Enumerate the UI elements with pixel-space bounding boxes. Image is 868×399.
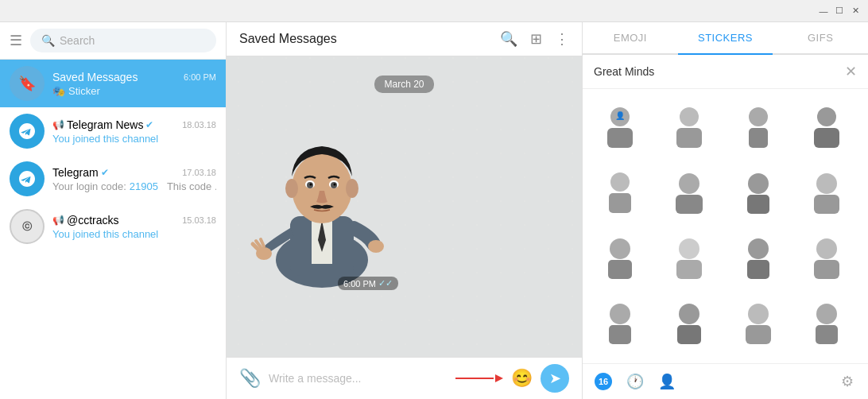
chat-time: 15.03.18 bbox=[182, 215, 216, 225]
verified-badge: ✔ bbox=[101, 167, 109, 178]
minimize-button[interactable]: — bbox=[817, 5, 830, 17]
sticker-image bbox=[242, 109, 401, 292]
sticker-5[interactable] bbox=[589, 161, 651, 223]
avatar-cctracks: ⓒ bbox=[10, 209, 45, 244]
sticker-close-button[interactable]: ✕ bbox=[845, 63, 857, 80]
search-chat-icon[interactable]: 🔍 bbox=[500, 30, 517, 48]
chat-preview: Your login code: 21905 This code ... bbox=[52, 180, 216, 192]
sticker-4[interactable] bbox=[796, 95, 858, 157]
svg-rect-25 bbox=[749, 128, 768, 148]
close-button[interactable]: ✕ bbox=[849, 5, 862, 17]
titlebar: — ☐ ✕ bbox=[0, 0, 868, 22]
message-time: 6:00 PM ✓✓ bbox=[338, 277, 398, 290]
svg-point-18 bbox=[368, 240, 384, 253]
chat-preview: You joined this channel bbox=[52, 228, 216, 240]
svg-point-22 bbox=[680, 107, 699, 126]
check-icon: ✓✓ bbox=[378, 278, 393, 289]
footer-active-sticker-icon[interactable]: 👤 bbox=[653, 367, 681, 396]
maximize-button[interactable]: ☐ bbox=[833, 5, 846, 17]
sticker-12[interactable] bbox=[796, 226, 858, 288]
chat-info-telegram-news: 📢 Telegram News ✔ 18.03.18 You joined th… bbox=[52, 118, 216, 145]
sticker-8[interactable] bbox=[796, 161, 858, 223]
chat-preview: You joined this channel bbox=[52, 133, 216, 145]
sticker-svg bbox=[246, 113, 397, 288]
avatar-telegram bbox=[10, 161, 45, 196]
chat-header: Saved Messages 🔍 ⊞ ⋮ bbox=[227, 22, 582, 56]
svg-rect-47 bbox=[677, 325, 701, 344]
chat-header-title: Saved Messages bbox=[239, 32, 337, 46]
speaker-icon: 📢 bbox=[52, 119, 64, 130]
sticker-grid: 👤 bbox=[583, 89, 868, 363]
svg-point-26 bbox=[817, 107, 836, 126]
attach-icon[interactable]: 📎 bbox=[239, 368, 261, 389]
svg-point-36 bbox=[610, 238, 630, 259]
tab-gifs[interactable]: GIFS bbox=[773, 22, 868, 53]
search-input[interactable] bbox=[60, 34, 205, 47]
sticker-1[interactable]: 👤 bbox=[589, 95, 651, 157]
svg-point-28 bbox=[610, 172, 630, 192]
chat-name-row: Saved Messages 6:00 PM bbox=[52, 71, 216, 83]
sidebar: ☰ 🔍 🔖 Saved Messages 6:00 PM 🎭 Sticker bbox=[0, 22, 227, 399]
sticker-6[interactable] bbox=[658, 161, 720, 223]
sticker-9[interactable] bbox=[589, 226, 651, 288]
send-button[interactable]: ➤ bbox=[541, 364, 569, 393]
chat-name-row: 📢 Telegram News ✔ 18.03.18 bbox=[52, 118, 216, 131]
sticker-3[interactable] bbox=[727, 95, 789, 157]
svg-point-38 bbox=[679, 238, 699, 259]
columns-icon[interactable]: ⊞ bbox=[530, 30, 542, 48]
chat-name-row: Telegram ✔ 17.03.18 bbox=[52, 166, 216, 179]
svg-rect-43 bbox=[814, 260, 839, 279]
chat-name: Telegram News bbox=[67, 118, 143, 131]
message-input[interactable] bbox=[269, 369, 448, 388]
svg-rect-23 bbox=[676, 128, 702, 148]
sticker-15[interactable] bbox=[727, 291, 789, 353]
footer-stickers-badge[interactable]: 16 bbox=[589, 367, 618, 396]
red-arrow-icon bbox=[455, 373, 503, 384]
chat-item-telegram[interactable]: Telegram ✔ 17.03.18 Your login code: 219… bbox=[0, 155, 226, 203]
svg-point-12 bbox=[310, 184, 312, 186]
chat-time: 18.03.18 bbox=[182, 120, 216, 130]
sticker-count-badge: 16 bbox=[595, 373, 612, 390]
tab-emoji[interactable]: EMOJI bbox=[583, 22, 678, 53]
sticker-tabs: EMOJI STICKERS GIFS bbox=[583, 22, 868, 55]
sticker-pack-name: Great Minds bbox=[594, 65, 654, 78]
sticker-10[interactable] bbox=[658, 226, 720, 288]
sticker-7[interactable] bbox=[727, 161, 789, 223]
speaker-icon: 📢 bbox=[52, 215, 64, 226]
sticker-pack-header: Great Minds ✕ bbox=[583, 55, 868, 89]
sticker-13[interactable] bbox=[589, 291, 651, 353]
svg-rect-33 bbox=[747, 195, 769, 214]
emoji-button[interactable]: 😊 bbox=[511, 368, 533, 389]
sticker-11[interactable] bbox=[727, 226, 789, 288]
svg-point-30 bbox=[679, 173, 699, 194]
footer-clock-icon[interactable]: 🕐 bbox=[621, 367, 649, 396]
chat-time: 6:00 PM bbox=[184, 72, 216, 82]
chat-name: Saved Messages bbox=[52, 71, 138, 83]
sticker-16[interactable] bbox=[796, 291, 858, 353]
chat-area: Saved Messages 🔍 ⊞ ⋮ March 20 bbox=[227, 22, 582, 399]
footer-settings-icon[interactable]: ⚙ bbox=[833, 367, 862, 396]
tab-stickers[interactable]: STICKERS bbox=[678, 22, 773, 53]
search-box[interactable]: 🔍 bbox=[30, 29, 216, 52]
sticker-17[interactable] bbox=[589, 356, 651, 363]
app-container: ☰ 🔍 🔖 Saved Messages 6:00 PM 🎭 Sticker bbox=[0, 22, 868, 399]
more-icon[interactable]: ⋮ bbox=[555, 30, 569, 48]
svg-point-40 bbox=[748, 238, 769, 259]
svg-point-32 bbox=[748, 173, 769, 194]
send-icon: ➤ bbox=[549, 370, 561, 387]
menu-icon[interactable]: ☰ bbox=[10, 32, 22, 49]
sticker-14[interactable] bbox=[658, 291, 720, 353]
svg-rect-20 bbox=[607, 128, 633, 148]
chat-time: 17.03.18 bbox=[182, 168, 216, 177]
sticker-2[interactable] bbox=[658, 95, 720, 157]
chat-messages: March 20 bbox=[227, 56, 582, 357]
chat-item-saved-messages[interactable]: 🔖 Saved Messages 6:00 PM 🎭 Sticker bbox=[0, 60, 226, 107]
preview-icon: 🎭 bbox=[52, 85, 65, 97]
chat-info-telegram: Telegram ✔ 17.03.18 Your login code: 219… bbox=[52, 166, 216, 192]
verified-badge: ✔ bbox=[145, 119, 153, 130]
chat-item-telegram-news[interactable]: 📢 Telegram News ✔ 18.03.18 You joined th… bbox=[0, 107, 226, 155]
svg-rect-41 bbox=[747, 260, 769, 279]
svg-point-48 bbox=[748, 304, 769, 324]
svg-point-46 bbox=[679, 304, 699, 324]
chat-item-cctracks[interactable]: ⓒ 📢 @cctracks 15.03.18 You joined this c… bbox=[0, 203, 226, 250]
